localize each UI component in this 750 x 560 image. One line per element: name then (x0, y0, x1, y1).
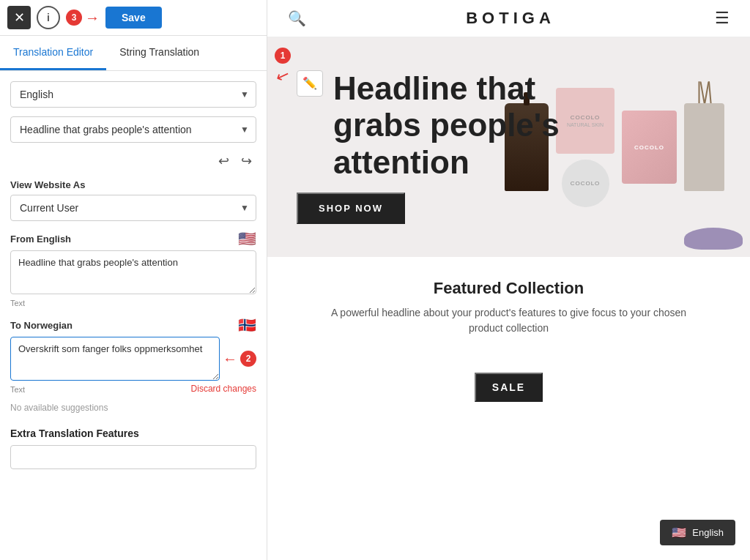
no-flag-icon: 🇳🇴 (238, 316, 256, 334)
step3-annotation: 3 → (66, 10, 100, 26)
to-norwegian-textarea[interactable] (10, 337, 220, 381)
view-website-section: View Website As Current User Guest Admin… (10, 179, 256, 221)
from-english-header: From English 🇺🇸 (10, 230, 256, 247)
featured-subtitle: A powerful headline about your product's… (326, 305, 692, 336)
tabs: Translation Editor String Translation (0, 36, 267, 71)
site-logo: BOTIGA (466, 9, 555, 28)
from-english-type: Text (10, 299, 256, 307)
sale-section: SALE (267, 365, 750, 417)
tab-translation-editor[interactable]: Translation Editor (0, 36, 106, 70)
extra-features-input[interactable] (10, 445, 256, 469)
right-panel: 🔍 BOTIGA ☰ 1 ↙ ✏️ Headline that grabs pe… (267, 0, 750, 560)
view-website-label: View Website As (10, 179, 256, 190)
tab-string-translation[interactable]: String Translation (106, 36, 212, 70)
menu-icon[interactable]: ☰ (715, 9, 729, 28)
us-flag-icon: 🇺🇸 (238, 230, 256, 247)
language-select[interactable]: English Norwegian French Spanish (10, 81, 256, 108)
view-website-select-wrapper[interactable]: Current User Guest Admin ▼ (10, 195, 256, 221)
string-select[interactable]: Headline that grabs people's attention F… (10, 116, 256, 143)
step3-arrow-icon: → (85, 10, 100, 26)
english-badge-flag-icon: 🇺🇸 (672, 526, 686, 540)
language-select-wrapper[interactable]: English Norwegian French Spanish ▼ (10, 81, 256, 108)
suggestions-text: No available suggestions (10, 403, 256, 413)
nav-back-button[interactable]: ↩ (215, 152, 232, 171)
to-norwegian-section: To Norwegian 🇳🇴 ← 2 Text Discard changes (10, 316, 256, 394)
product-diffuser-item (684, 103, 724, 191)
from-english-section: From English 🇺🇸 Text (10, 230, 256, 307)
left-panel: ✕ i 3 → Save Translation Editor String T… (0, 0, 267, 560)
product-can-pink: COCOLO (622, 111, 677, 184)
extra-features-label: Extra Translation Features (10, 428, 256, 439)
hero-shop-button[interactable]: SHOP NOW (297, 193, 405, 224)
step3-badge: 3 (66, 10, 82, 26)
panel-body: English Norwegian French Spanish ▼ Headl… (0, 71, 267, 560)
to-norwegian-row: ← 2 (10, 337, 256, 381)
to-norwegian-footer: Text Discard changes (10, 384, 256, 394)
nav-arrows: ↩ ↪ (10, 152, 256, 171)
to-norwegian-type: Text (10, 385, 25, 394)
featured-title: Featured Collection (282, 279, 735, 298)
to-norwegian-label: To Norwegian (10, 320, 73, 331)
hero-headline: Headline that grabs people's attention (333, 70, 582, 182)
english-badge-label: English (692, 527, 724, 538)
step1-badge: 1 (275, 48, 291, 64)
hero-text-area: ✏️ Headline that grabs people's attentio… (297, 70, 582, 225)
step2-badge: 2 (240, 351, 256, 367)
discard-changes-link[interactable]: Discard changes (191, 384, 256, 394)
nav-forward-button[interactable]: ↪ (238, 152, 255, 171)
search-icon[interactable]: 🔍 (288, 10, 306, 27)
save-button[interactable]: Save (105, 7, 162, 29)
product-diffuser (684, 103, 724, 191)
pencil-icon: ✏️ (302, 76, 317, 90)
hero-section: 1 ↙ ✏️ Headline that grabs people's atte… (267, 37, 750, 257)
site-content: 1 ↙ ✏️ Headline that grabs people's atte… (267, 37, 750, 560)
extra-features-section: Extra Translation Features (10, 428, 256, 469)
sale-button[interactable]: SALE (475, 373, 543, 402)
english-language-badge[interactable]: 🇺🇸 English (660, 520, 735, 545)
view-website-select[interactable]: Current User Guest Admin (10, 195, 256, 221)
from-english-textarea[interactable] (10, 250, 256, 294)
to-norwegian-header: To Norwegian 🇳🇴 (10, 316, 256, 334)
string-select-wrapper[interactable]: Headline that grabs people's attention F… (10, 116, 256, 143)
hero-edit-button[interactable]: ✏️ (297, 70, 323, 97)
info-button[interactable]: i (37, 6, 60, 29)
close-button[interactable]: ✕ (7, 6, 31, 29)
step1-annotation: 1 ↙ (275, 48, 291, 86)
featured-section: Featured Collection A powerful headline … (267, 257, 750, 365)
from-english-label: From English (10, 234, 71, 244)
top-bar: ✕ i 3 → Save (0, 0, 267, 36)
lavender-decoration (684, 228, 743, 250)
step1-arrow-icon: ↙ (273, 65, 292, 88)
site-header: 🔍 BOTIGA ☰ (267, 0, 750, 37)
step2-arrow-icon: ← (223, 351, 237, 367)
